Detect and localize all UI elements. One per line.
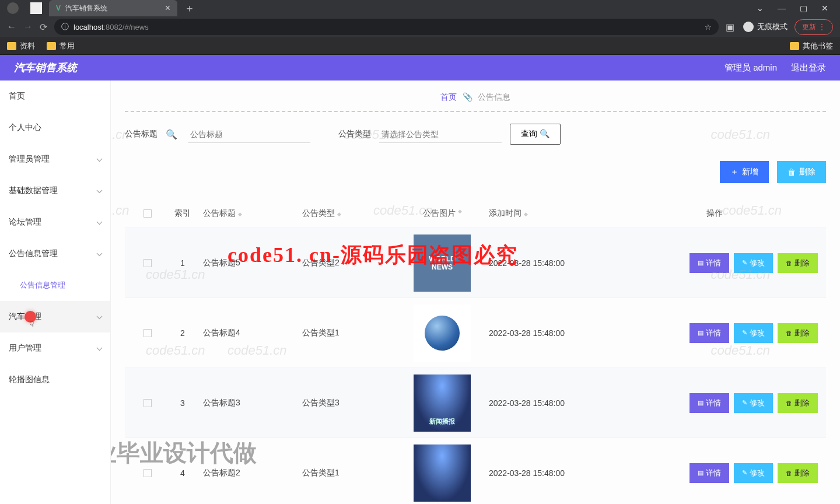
col-title[interactable]: 公告标题 — [203, 208, 302, 219]
toolbar: ＋ 新增 🗑 删除 — [125, 161, 826, 183]
table-row: 3 公告标题3 公告类型3 新闻播报 2022-03-28 15:48:00 ▤… — [125, 368, 826, 438]
folder-icon — [790, 42, 799, 50]
sidebar-personal[interactable]: 个人中心 — [0, 112, 110, 144]
col-type[interactable]: 公告类型 — [302, 208, 396, 219]
reload-button[interactable]: ⟳ — [40, 22, 47, 33]
search-type-select[interactable] — [379, 126, 502, 143]
breadcrumb-current: 公告信息 — [478, 92, 510, 102]
row-time: 2022-03-28 15:48:00 — [489, 398, 611, 408]
tab-title: 汽车销售系统 — [65, 4, 107, 13]
row-detail-button[interactable]: ▤详情 — [690, 393, 729, 413]
logout-button[interactable]: 退出登录 — [791, 62, 826, 74]
detail-icon: ▤ — [698, 259, 704, 267]
add-button[interactable]: ＋ 新增 — [720, 161, 769, 183]
table-row: 1 公告标题5 公告类型2 WORLDNEWS 2022-03-28 15:48… — [125, 228, 826, 298]
folder-icon — [47, 42, 56, 50]
sidebar-admin-mgmt[interactable]: 管理员管理 — [0, 144, 110, 175]
chevron-down-icon[interactable]: ⌄ — [757, 4, 764, 13]
search-title-input[interactable] — [188, 126, 310, 143]
row-detail-button[interactable]: ▤详情 — [690, 463, 729, 483]
row-checkbox[interactable] — [144, 329, 152, 337]
col-time[interactable]: 添加时间 — [489, 208, 611, 219]
thumb-stage-news: 新闻播报 — [414, 374, 471, 432]
row-time: 2022-03-28 15:48:00 — [489, 468, 611, 478]
row-edit-button[interactable]: ✎修改 — [734, 323, 773, 343]
delete-button[interactable]: 🗑 删除 — [777, 161, 826, 183]
close-window-icon[interactable]: ✕ — [821, 4, 828, 13]
incognito-icon — [743, 22, 754, 32]
row-checkbox[interactable] — [144, 399, 152, 407]
window-controls: ⌄ — ▢ ✕ — [757, 4, 838, 13]
row-type: 公告类型3 — [302, 398, 396, 408]
data-table: 索引 公告标题 公告类型 公告图片 添加时间 操作 1 公告标题5 公告类型2 … — [125, 200, 826, 504]
row-index: 4 — [162, 468, 203, 478]
left-square-icon — [30, 2, 42, 14]
trash-icon: 🗑 — [786, 400, 792, 407]
search-button[interactable]: 查询 🔍 — [510, 124, 561, 145]
bookmark-star-icon[interactable]: ☆ — [705, 23, 712, 32]
detail-icon: ▤ — [698, 329, 704, 337]
extensions-icon[interactable]: ▣ — [726, 22, 736, 32]
col-ops: 操作 — [706, 208, 723, 219]
close-tab-icon[interactable]: × — [165, 3, 170, 13]
row-delete-button[interactable]: 🗑删除 — [778, 463, 818, 483]
current-user-label[interactable]: 管理员 admin — [724, 62, 777, 74]
forward-button[interactable]: → — [23, 22, 33, 32]
sidebar-car-mgmt[interactable]: 汽车管理 ☟ — [0, 301, 110, 332]
url-host: localhost — [74, 23, 103, 32]
table-row: 2 公告标题4 公告类型1 2022-03-28 15:48:00 ▤详情 ✎修… — [125, 298, 826, 368]
browser-tab[interactable]: V 汽车销售系统 × — [49, 0, 177, 16]
sidebar-user-mgmt[interactable]: 用户管理 — [0, 332, 110, 364]
row-title: 公告标题4 — [203, 328, 302, 338]
sidebar-forum[interactable]: 论坛管理 — [0, 206, 110, 238]
select-all-checkbox[interactable] — [144, 209, 152, 218]
search-type-label: 公告类型 — [338, 129, 371, 139]
row-delete-button[interactable]: 🗑删除 — [778, 393, 818, 413]
sidebar-home[interactable]: 首页 — [0, 80, 110, 112]
col-index: 索引 — [162, 208, 203, 219]
thumb-world-news: WORLDNEWS — [414, 235, 471, 292]
row-title: 公告标题3 — [203, 398, 302, 408]
sidebar-notice-mgmt[interactable]: 公告信息管理 — [0, 238, 110, 270]
bookmark-folder-1[interactable]: 资料 — [7, 41, 35, 51]
row-detail-button[interactable]: ▤详情 — [690, 253, 729, 273]
row-type: 公告类型1 — [302, 468, 396, 478]
other-bookmarks[interactable]: 其他书签 — [790, 41, 833, 51]
sidebar-notice-sub[interactable]: 公告信息管理 — [0, 270, 110, 301]
row-type: 公告类型1 — [302, 328, 396, 338]
table-row: 4 公告标题2 公告类型1 2022-03-28 15:48:00 ▤详情 ✎修… — [125, 438, 826, 504]
row-edit-button[interactable]: ✎修改 — [734, 253, 773, 273]
row-checkbox[interactable] — [144, 469, 152, 477]
row-detail-button[interactable]: ▤详情 — [690, 323, 729, 343]
edit-icon: ✎ — [742, 399, 747, 407]
row-index: 2 — [162, 328, 203, 338]
row-checkbox[interactable] — [144, 259, 152, 267]
minimize-icon[interactable]: — — [778, 4, 786, 13]
tab-strip: V 汽车销售系统 × ＋ ⌄ — ▢ ✕ — [0, 0, 840, 16]
incognito-indicator: 无痕模式 — [743, 22, 788, 32]
back-button[interactable]: ← — [7, 22, 16, 32]
trash-icon: 🗑 — [786, 470, 792, 477]
sidebar-base-data[interactable]: 基础数据管理 — [0, 175, 110, 206]
search-title-label: 公告标题 — [125, 129, 158, 139]
update-button[interactable]: 更新⋮ — [794, 19, 833, 35]
search-row: 公告标题 🔍 公告类型 查询 🔍 — [125, 124, 826, 145]
thumb-globe-news — [414, 304, 471, 362]
col-img[interactable]: 公告图片 — [396, 208, 489, 219]
site-info-icon[interactable]: ⓘ — [61, 22, 69, 32]
table-header: 索引 公告标题 公告类型 公告图片 添加时间 操作 — [125, 200, 826, 228]
breadcrumb-home[interactable]: 首页 — [440, 92, 457, 102]
bookmark-folder-2[interactable]: 常用 — [47, 41, 75, 51]
row-delete-button[interactable]: 🗑删除 — [778, 253, 818, 273]
row-edit-button[interactable]: ✎修改 — [734, 463, 773, 483]
sidebar-carousel[interactable]: 轮播图信息 — [0, 364, 110, 396]
sidebar: 首页 个人中心 管理员管理 基础数据管理 论坛管理 公告信息管理 公告信息管理 … — [0, 80, 111, 504]
row-edit-button[interactable]: ✎修改 — [734, 393, 773, 413]
folder-icon — [7, 42, 16, 50]
new-tab-button[interactable]: ＋ — [184, 1, 195, 15]
breadcrumb-sep-icon: 📎 — [463, 92, 473, 102]
url-input[interactable]: ⓘ localhost :8082/#/news ☆ — [54, 19, 719, 35]
maximize-icon[interactable]: ▢ — [800, 4, 807, 13]
row-delete-button[interactable]: 🗑删除 — [778, 323, 818, 343]
row-index: 1 — [162, 258, 203, 268]
